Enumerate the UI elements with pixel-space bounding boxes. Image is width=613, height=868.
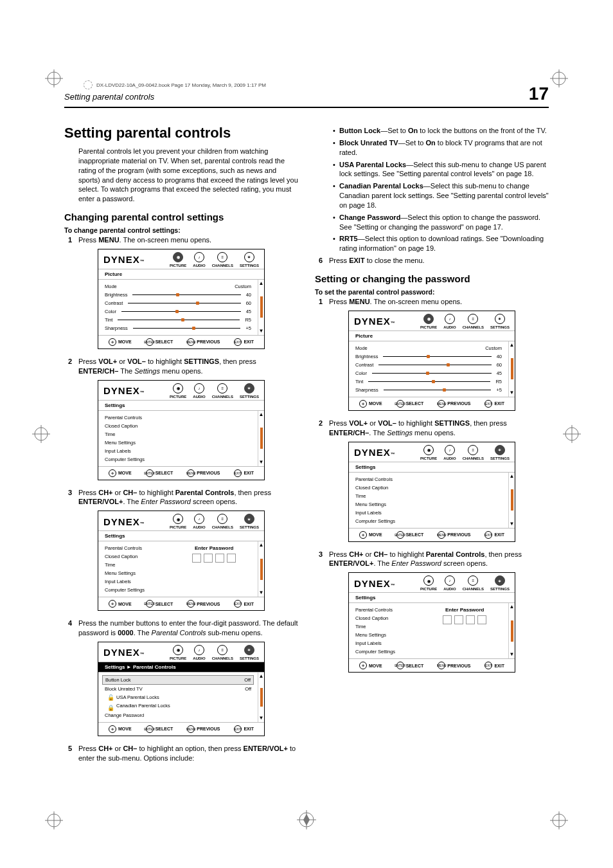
osd-category: Settings: [349, 592, 515, 603]
picture-list: ModeCustom Brightness40 Contrast60 Color…: [349, 341, 508, 397]
channels-icon: ≡: [468, 445, 478, 455]
picture-icon: ◉: [423, 314, 434, 324]
book-icon: [84, 80, 93, 89]
tab-picture: ◉PICTURE: [170, 514, 186, 529]
tab-settings: ✶SETTINGS: [490, 575, 510, 591]
tab-picture: ◉PICTURE: [420, 314, 437, 329]
dpad-icon: ✥: [359, 531, 367, 539]
tab-audio: ♪AUDIO: [443, 314, 456, 329]
tab-channels: ≡CHANNELS: [212, 383, 233, 399]
brand-logo: DYNEX™: [103, 647, 145, 658]
dpad-icon: ✥: [109, 600, 116, 608]
exit-icon: EXIT: [234, 725, 242, 733]
enter-icon: ENTER: [146, 469, 154, 477]
page-number: 17: [529, 84, 549, 104]
tab-settings: ✶SETTINGS: [240, 252, 259, 267]
enter-icon: ENTER: [146, 725, 154, 733]
dpad-icon: ✥: [359, 400, 367, 408]
brand-logo: DYNEX™: [354, 316, 395, 327]
settings-icon: ✶: [244, 383, 254, 393]
tab-settings: ✶SETTINGS: [240, 514, 259, 529]
brand-logo: DYNEX™: [354, 578, 395, 589]
settings-icon: ✶: [495, 314, 505, 324]
settings-icon: ✶: [244, 645, 254, 655]
tab-settings: ✶SETTINGS: [490, 314, 510, 329]
step-3: 3 Press CH+ or CH– to highlight Parental…: [78, 488, 298, 507]
step-6: 6 Press EXIT to close the menu.: [329, 256, 549, 266]
enter-icon: ENTER: [146, 600, 154, 608]
reg-mark-icon: [550, 811, 568, 829]
password-prompt: Enter Password: [421, 603, 508, 658]
settings-list: Parental Controls Closed Caption Time Me…: [349, 603, 421, 658]
step-2: 2 Press VOL+ or VOL– to highlight SETTIN…: [78, 357, 298, 376]
settings-list: Parental Controls Closed Caption Time Me…: [98, 541, 170, 597]
osd-footer: ✥MOVE ENTERSELECT MENUPREVIOUS EXITEXIT: [349, 528, 515, 541]
to-change-line: To change parental control settings:: [64, 226, 298, 234]
picture-icon: ◉: [173, 645, 183, 655]
password-prompt: Enter Password: [170, 541, 258, 597]
channels-icon: ≡: [217, 252, 227, 262]
right-column: Button Lock—Set to On to lock the button…: [315, 125, 549, 767]
settings-icon: ✶: [244, 514, 254, 524]
scrollbar: ▲▼: [258, 280, 264, 335]
menu-icon: MENU: [187, 725, 195, 733]
tab-picture: ◉PICTURE: [170, 252, 186, 267]
tab-picture: ◉PICTURE: [170, 383, 186, 399]
settings-list: Parental Controls Closed Caption Time Me…: [98, 411, 258, 466]
pstep-2: 2 Press VOL+ or VOL– to highlight SETTIN…: [329, 419, 549, 438]
enter-icon: ENTER: [146, 338, 154, 346]
tab-channels: ≡CHANNELS: [463, 314, 484, 329]
exit-icon: EXIT: [234, 338, 242, 346]
scrollbar: ▲▼: [508, 341, 515, 397]
osd-settings-2: DYNEX™ ◉PICTURE ♪AUDIO ≡CHANNELS ✶SETTIN…: [348, 442, 515, 542]
scrollbar: ▲▼: [508, 473, 515, 528]
osd-footer: ✥MOVE ENTERSELECT MENUPREVIOUS EXITEXIT: [98, 597, 264, 610]
brand-logo: DYNEX™: [103, 254, 145, 265]
exit-icon: EXIT: [484, 662, 492, 669]
audio-icon: ♪: [194, 645, 204, 655]
tab-channels: ≡CHANNELS: [463, 445, 484, 460]
svg-point-15: [553, 814, 565, 827]
picture-icon: ◉: [173, 514, 183, 524]
settings-icon: ✶: [495, 575, 505, 586]
bullet-block-unrated: Block Unrated TV—Set to On to block TV p…: [333, 138, 549, 158]
audio-icon: ♪: [194, 383, 204, 393]
scrollbar: ▲▼: [258, 541, 264, 597]
bullet-usa-locks: USA Parental Locks—Select this sub-menu …: [333, 160, 549, 179]
exit-icon: EXIT: [484, 531, 492, 539]
osd-category: Settings: [98, 400, 264, 411]
tab-audio: ♪AUDIO: [193, 252, 205, 267]
settings-icon: ✶: [244, 252, 254, 262]
osd-category: Picture: [349, 330, 515, 341]
osd-footer: ✥MOVE ENTERSELECT MENUPREVIOUS EXITEXIT: [98, 335, 264, 348]
tab-audio: ♪AUDIO: [443, 445, 456, 460]
tab-audio: ♪AUDIO: [193, 383, 205, 399]
tab-audio: ♪AUDIO: [193, 514, 205, 529]
picture-icon: ◉: [173, 252, 183, 262]
file-meta: DX-LDVD22-10A_09-0042.book Page 17 Monda…: [84, 80, 266, 89]
brand-logo: DYNEX™: [354, 447, 395, 458]
lock-indicator: 🔓🔒: [105, 693, 116, 711]
settings-list: Parental Controls Closed Caption Time Me…: [349, 473, 508, 528]
menu-icon: MENU: [438, 400, 445, 408]
parental-list: Button LockOff Block Unrated TVOff 🔓🔒 US…: [98, 673, 258, 722]
tab-picture: ◉PICTURE: [420, 445, 437, 460]
tab-audio: ♪AUDIO: [193, 645, 205, 660]
osd-picture-2: DYNEX™ ◉PICTURE ♪AUDIO ≡CHANNELS ✶SETTIN…: [348, 311, 515, 411]
osd-category: Settings: [98, 530, 264, 541]
left-column: Setting parental controls Parental contr…: [64, 125, 298, 767]
bullet-rrt5: RRT5—Select this option to download rati…: [333, 234, 549, 253]
tab-picture: ◉PICTURE: [420, 575, 437, 591]
brand-logo: DYNEX™: [103, 385, 145, 396]
menu-icon: MENU: [187, 600, 195, 608]
fold-mark-icon: [297, 810, 316, 829]
step-4: 4 Press the number buttons to enter the …: [78, 619, 298, 638]
tab-channels: ≡CHANNELS: [212, 252, 233, 267]
dpad-icon: ✥: [359, 662, 367, 669]
exit-icon: EXIT: [234, 600, 242, 608]
pstep-1: 1 Press MENU. The on-screen menu opens.: [329, 297, 549, 307]
osd-category: Settings ► Parental Controls: [98, 662, 264, 673]
channels-icon: ≡: [217, 645, 227, 655]
tab-settings: ✶SETTINGS: [240, 383, 259, 399]
settings-icon: ✶: [495, 445, 505, 455]
